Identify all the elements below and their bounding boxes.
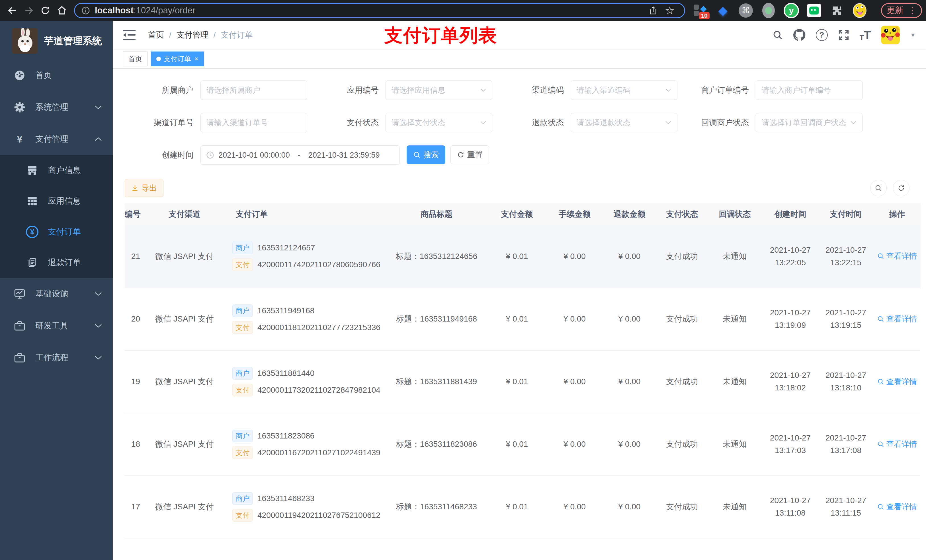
tag-pay-order[interactable]: 支付订单 × xyxy=(151,51,204,66)
bookmark-star-icon[interactable]: ☆ xyxy=(661,2,678,19)
tags-view: 首页 支付订单 × xyxy=(113,49,926,69)
reload-icon[interactable] xyxy=(37,2,53,19)
view-detail-link[interactable]: 查看详情 xyxy=(877,376,917,387)
pay-tag: 支付 xyxy=(232,258,253,271)
top-navbar: 首页 / 支付管理 / 支付订单 支付订单列表 ? TT ▼ xyxy=(113,21,926,49)
view-detail-link[interactable]: 查看详情 xyxy=(877,502,917,512)
close-icon[interactable]: × xyxy=(195,55,198,63)
hamburger-icon[interactable] xyxy=(123,30,136,40)
search-icon xyxy=(877,378,884,385)
help-icon[interactable]: ? xyxy=(816,29,828,41)
sidebar-item-pay-order[interactable]: ¥ 支付订单 xyxy=(0,217,113,247)
extension-emoji-icon[interactable] xyxy=(852,2,867,19)
share-icon[interactable] xyxy=(645,2,661,19)
merchant-tag: 商户 xyxy=(232,242,253,254)
sidebar-item-workflow[interactable]: 工作流程 xyxy=(0,342,113,374)
sidebar-item-pay-management[interactable]: ¥ 支付管理 xyxy=(0,123,113,155)
chevron-down-icon xyxy=(95,355,102,360)
download-icon xyxy=(131,184,139,192)
breadcrumb-pay-order: 支付订单 xyxy=(221,30,253,41)
merchant-order-no-input[interactable] xyxy=(762,86,856,95)
extension-command-icon[interactable]: ⌘ xyxy=(738,2,754,19)
reset-button[interactable]: 重置 xyxy=(451,145,489,164)
table-row[interactable]: 17 微信 JSAPI 支付 商户1635311468233 支付4200001… xyxy=(125,475,921,538)
avatar[interactable] xyxy=(881,26,900,44)
extension-y-logo-icon[interactable]: y xyxy=(784,2,799,19)
search-icon[interactable] xyxy=(773,30,783,40)
more-vertical-icon[interactable]: ⋮ xyxy=(908,5,917,15)
sidebar-item-app-info[interactable]: 应用信息 xyxy=(0,186,113,217)
view-detail-link[interactable]: 查看详情 xyxy=(877,314,917,324)
breadcrumb: 首页 / 支付管理 / 支付订单 xyxy=(148,30,253,41)
tag-home[interactable]: 首页 xyxy=(123,51,147,66)
table-row[interactable]: 18 微信 JSAPI 支付 商户1635311823086 支付4200001… xyxy=(125,413,921,475)
filter-pay-status: 支付状态 请选择支付状态 xyxy=(330,113,515,132)
navbar-actions: ? TT ▼ xyxy=(773,26,916,44)
pay-tag: 支付 xyxy=(232,447,253,459)
chevron-down-icon xyxy=(95,292,102,296)
url-path: :1024/pay/order xyxy=(133,5,195,15)
view-detail-link[interactable]: 查看详情 xyxy=(877,439,917,449)
channel-order-no-input[interactable] xyxy=(206,118,301,127)
extension-tampermonkey-icon[interactable]: ◆ 10 xyxy=(693,2,708,19)
orders-table: 编号 支付渠道 支付订单 商品标题 支付金额 手续金额 退款金额 支付状态 回调… xyxy=(125,204,921,560)
table-row[interactable]: 19 微信 JSAPI 支付 商户1635311881440 支付4200001… xyxy=(125,350,921,413)
github-icon[interactable] xyxy=(793,29,805,41)
table-row[interactable]: 21 微信 JSAPI 支付 商户1635312124657 支付4200001… xyxy=(125,225,921,288)
sidebar-item-home[interactable]: 首页 xyxy=(0,59,113,91)
browser-toolbar: localhost:1024/pay/order ☆ ◆ 10 ◆ ⌘ y 更新… xyxy=(0,0,926,21)
breadcrumb-home[interactable]: 首页 xyxy=(148,30,164,41)
table-header-row: 编号 支付渠道 支付订单 商品标题 支付金额 手续金额 退款金额 支付状态 回调… xyxy=(125,204,921,225)
update-button[interactable]: 更新 ⋮ xyxy=(881,3,922,18)
extension-gem-icon[interactable]: ◆ xyxy=(715,2,731,19)
filter-channel-code: 渠道编码 请输入渠道编码 xyxy=(515,80,701,100)
url-bar[interactable]: localhost:1024/pay/order ☆ xyxy=(74,3,685,18)
refresh-icon xyxy=(897,184,905,192)
pay-tag: 支付 xyxy=(232,384,253,396)
merchant-tag: 商户 xyxy=(232,430,253,442)
filter-app-id: 应用编号 请选择应用信息 xyxy=(330,80,515,100)
font-size-icon[interactable]: TT xyxy=(859,29,871,42)
merchant-tag: 商户 xyxy=(232,367,253,380)
export-button[interactable]: 导出 xyxy=(125,179,163,197)
clock-icon xyxy=(206,151,215,159)
sidebar-item-refund-order[interactable]: 退款订单 xyxy=(0,247,113,278)
info-icon[interactable] xyxy=(81,6,90,15)
sidebar-item-system[interactable]: 系统管理 xyxy=(0,91,113,123)
app-logo: 芋道管理系统 xyxy=(0,21,113,59)
notify-status-select[interactable]: 请选择订单回调商户状态 xyxy=(756,113,862,132)
date-range-picker[interactable]: 2021-10-01 00:00:00 - 2021-10-31 23:59:5… xyxy=(200,145,400,165)
refresh-table-button[interactable] xyxy=(893,180,909,196)
logo-rabbit-image xyxy=(12,28,38,54)
sidebar-item-dev-tools[interactable]: 研发工具 xyxy=(0,310,113,342)
view-detail-link[interactable]: 查看详情 xyxy=(877,251,917,261)
briefcase-icon xyxy=(13,352,26,363)
search-button[interactable]: 搜索 xyxy=(407,145,445,164)
channel-code-select[interactable]: 请输入渠道编码 xyxy=(570,80,678,100)
caret-down-icon[interactable]: ▼ xyxy=(910,32,916,38)
extension-badge: 10 xyxy=(699,12,710,20)
page-title-annotation: 支付订单列表 xyxy=(384,23,497,48)
forward-icon[interactable] xyxy=(21,2,37,19)
pay-status-select[interactable]: 请选择支付状态 xyxy=(386,113,492,132)
home-icon[interactable] xyxy=(53,2,70,19)
app-id-select[interactable]: 请选择应用信息 xyxy=(386,80,492,100)
extensions-puzzle-icon[interactable] xyxy=(829,2,844,19)
sidebar-item-infrastructure[interactable]: 基础设施 xyxy=(0,278,113,310)
breadcrumb-pay-management[interactable]: 支付管理 xyxy=(177,30,209,41)
back-icon[interactable] xyxy=(4,2,21,19)
extension-wechat-icon[interactable] xyxy=(806,2,822,19)
filter-create-time: 创建时间 2021-10-01 00:00:00 - 2021-10-31 23… xyxy=(145,145,400,165)
filter-merchant: 所属商户 xyxy=(145,80,330,100)
sidebar-item-merchant-info[interactable]: 商户信息 xyxy=(0,155,113,186)
content-area: 所属商户 应用编号 请选择应用信息 渠道编码 请输入渠道编码 商户订单编号 xyxy=(113,69,926,560)
toggle-search-button[interactable] xyxy=(870,180,887,196)
merchant-input[interactable] xyxy=(206,86,301,95)
extension-recorder-icon[interactable] xyxy=(761,2,776,19)
table-row-partial[interactable]: 商户1635311351726 xyxy=(125,538,921,560)
refund-status-select[interactable]: 请选择退款状态 xyxy=(570,113,678,132)
pay-tag: 支付 xyxy=(232,509,253,522)
fullscreen-icon[interactable] xyxy=(838,29,849,41)
search-icon xyxy=(413,151,421,158)
table-row[interactable]: 20 微信 JSAPI 支付 商户1635311949168 支付4200001… xyxy=(125,288,921,350)
